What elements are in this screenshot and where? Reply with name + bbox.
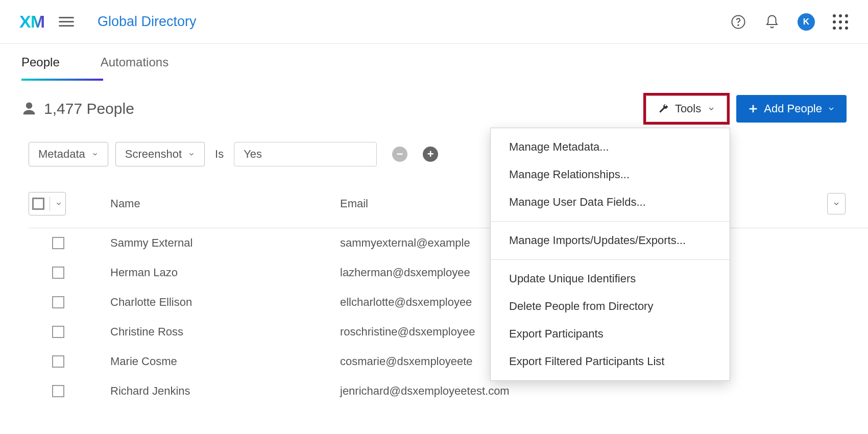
tab-automations[interactable]: Automations [101,55,168,81]
add-people-button[interactable]: Add People [736,95,847,123]
plus-icon [748,103,759,114]
tools-label: Tools [675,102,701,115]
dropdown-item[interactable]: Manage Metadata... [491,133,730,161]
avatar[interactable]: K [798,13,815,31]
chevron-down-icon [707,105,715,113]
row-checkbox[interactable] [52,326,64,338]
chevron-down-icon [188,151,195,158]
select-all-checkbox[interactable] [32,198,44,210]
remove-filter-button[interactable]: − [392,147,407,162]
dropdown-item[interactable]: Export Filtered Participants List [491,348,730,375]
dropdown-item[interactable]: Update Unique Identifiers [491,265,730,293]
table-header: Name Email [29,187,868,228]
filter-column-label: Screenshot [125,148,182,161]
table-row[interactable]: Sammy Externalsammyexternal@example [29,228,868,258]
menu-icon[interactable] [59,17,74,27]
apps-icon[interactable] [832,14,849,30]
people-count: 1,477 People [21,100,134,117]
people-count-text: 1,477 People [44,100,134,117]
tab-label: People [21,55,60,69]
row-checkbox[interactable] [52,267,64,279]
row-checkbox[interactable] [52,385,64,397]
columns-menu-button[interactable] [827,193,846,214]
dropdown-item[interactable]: Manage Imports/Updates/Exports... [491,227,730,254]
chevron-down-icon[interactable] [55,200,62,207]
column-header-name[interactable]: Name [110,197,340,210]
select-all-control[interactable] [29,192,66,215]
topbar-right: K [730,13,849,31]
filter-field-label: Metadata [38,148,85,161]
svg-point-1 [738,25,739,26]
logo: XM [19,12,44,32]
dropdown-item[interactable]: Export Participants [491,320,730,348]
row-checkbox[interactable] [52,296,64,308]
tabs: People Automations [0,44,868,81]
dropdown-item[interactable]: Manage Relationships... [491,161,730,188]
dropdown-item[interactable]: Delete People from Directory [491,293,730,320]
add-people-label: Add People [764,102,822,115]
people-table: Name Email Sammy Externalsammyexternal@e… [0,166,868,406]
dropdown-item[interactable]: Manage User Data Fields... [491,188,730,216]
filter-field-chip[interactable]: Metadata [29,142,108,166]
filter-value-input[interactable]: Yes [234,142,377,166]
table-row[interactable]: Herman Lazolazherman@dsxemployee [29,258,868,287]
tab-label: Automations [101,55,168,69]
filter-value-text: Yes [244,148,262,160]
row-name: Sammy External [110,236,340,250]
tab-underline [21,79,103,81]
tools-dropdown: Manage Metadata...Manage Relationships..… [490,128,730,381]
row-checkbox[interactable] [52,355,64,368]
row-name: Christine Ross [110,325,340,339]
tools-button[interactable]: Tools [646,95,727,122]
row-name: Herman Lazo [110,266,340,279]
filters-row: Metadata Screenshot Is Yes − + [0,123,868,166]
table-row[interactable]: Charlotte Ellisonellcharlotte@dsxemploye… [29,287,868,317]
table-row[interactable]: Christine Rossroschristine@dsxemployee [29,317,868,347]
filter-column-chip[interactable]: Screenshot [115,142,205,166]
table-row[interactable]: Richard Jenkinsjenrichard@dsxemployeetes… [29,376,868,406]
tab-people[interactable]: People [21,55,60,81]
table-row[interactable]: Marie Cosmecosmarie@dsxemployeete [29,347,868,376]
filter-operator: Is [212,148,227,161]
topbar: XM Global Directory K [0,0,868,44]
chevron-down-icon [91,151,99,158]
row-name: Richard Jenkins [110,384,340,398]
wrench-icon [658,103,669,114]
chevron-down-icon [827,105,835,113]
notifications-icon[interactable] [764,14,780,30]
row-name: Marie Cosme [110,355,340,368]
help-icon[interactable] [730,14,746,30]
add-filter-button[interactable]: + [423,147,438,162]
chevron-down-icon [832,200,840,208]
page-title: Global Directory [98,14,197,30]
row-name: Charlotte Ellison [110,296,340,309]
row-checkbox[interactable] [52,237,64,249]
row-email: jenrichard@dsxemployeetest.com [340,384,868,398]
summary-row: 1,477 People Tools Add People [0,81,868,123]
